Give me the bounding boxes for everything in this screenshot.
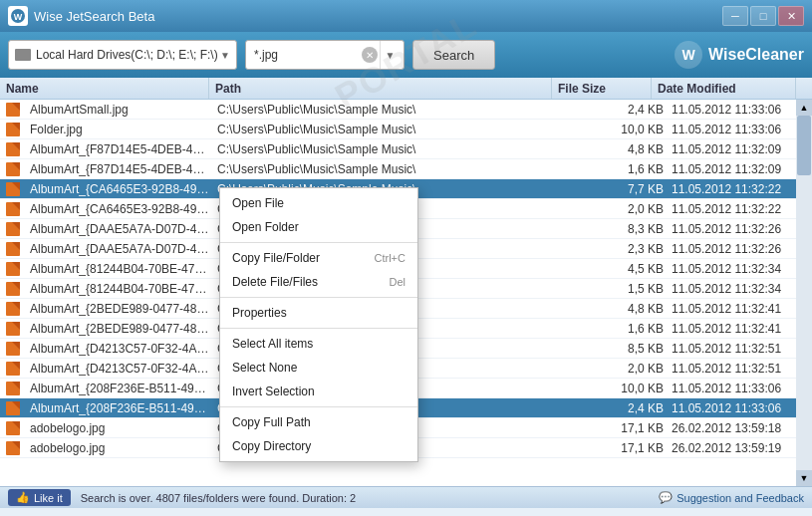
context-menu-item[interactable]: Properties <box>220 301 417 325</box>
context-menu-item[interactable]: Select None <box>220 356 417 380</box>
col-header-date[interactable]: Date Modified <box>652 78 796 99</box>
file-name: Folder.jpg <box>26 123 213 136</box>
file-name: AlbumArt_{D4213C57-0F32-4AE... <box>26 362 213 376</box>
file-date: 11.05.2012 11:32:09 <box>668 142 812 156</box>
statusbar: 👍 Like it Search is over. 4807 files/fol… <box>0 486 812 508</box>
file-date: 11.05.2012 11:32:22 <box>668 202 812 216</box>
search-input-wrap: *.jpg ✕ ▼ <box>245 40 405 70</box>
column-headers: Name Path File Size Date Modified <box>0 78 812 100</box>
context-menu-item[interactable]: Copy Directory <box>220 434 417 458</box>
file-icon <box>4 381 22 396</box>
like-button[interactable]: 👍 Like it <box>8 489 71 506</box>
context-menu-item[interactable]: Copy File/FolderCtrl+C <box>220 246 417 270</box>
search-input[interactable]: *.jpg <box>250 48 362 62</box>
app-icon: W <box>8 6 28 26</box>
context-menu-separator <box>220 328 417 329</box>
file-date: 11.05.2012 11:33:06 <box>668 401 812 415</box>
file-path: C:\Users\Public\Music\Sample Music\ <box>213 103 568 117</box>
file-date: 11.05.2012 11:32:34 <box>668 262 812 276</box>
file-size: 2,0 KB <box>568 362 668 376</box>
file-path: C:\Users\Public\Music\Sample Music\ <box>213 123 568 136</box>
scrollbar[interactable]: ▲ ▼ <box>796 100 812 486</box>
file-date: 11.05.2012 11:33:06 <box>668 123 812 136</box>
file-size: 10,0 KB <box>568 123 668 136</box>
drive-select[interactable]: Local Hard Drives(C:\; D:\; E:\; F:\) ▼ <box>8 40 237 70</box>
context-menu-item-label: Open Folder <box>232 220 299 234</box>
file-size: 2,3 KB <box>568 242 668 256</box>
file-name: AlbumArt_{DAAE5A7A-D07D-4C7... <box>26 222 213 236</box>
file-icon <box>4 440 22 456</box>
search-dropdown-button[interactable]: ▼ <box>380 41 400 69</box>
context-menu-item-shortcut: Del <box>389 276 406 288</box>
file-size: 17,1 KB <box>568 441 668 455</box>
file-name: AlbumArt_{DAAE5A7A-D07D-4C7... <box>26 242 213 256</box>
file-size: 1,6 KB <box>568 162 668 176</box>
context-menu-item-label: Copy Full Path <box>232 415 311 429</box>
feedback-label: Suggestion and Feedback <box>677 492 804 504</box>
table-row[interactable]: AlbumArt_{F87D14E5-4DEB-4169-...C:\Users… <box>0 139 812 159</box>
feedback-button[interactable]: 💬 Suggestion and Feedback <box>659 491 804 504</box>
scroll-thumb[interactable] <box>797 116 811 175</box>
file-name: AlbumArt_{CA6465E3-92B8-4969-... <box>26 202 213 216</box>
file-date: 11.05.2012 11:32:26 <box>668 222 812 236</box>
context-menu-item-label: Delete File/Files <box>232 275 318 289</box>
file-size: 8,3 KB <box>568 222 668 236</box>
file-icon <box>4 181 22 197</box>
context-menu-item[interactable]: Delete File/FilesDel <box>220 270 417 294</box>
file-name: AlbumArt_{D4213C57-0F32-4AE... <box>26 342 213 356</box>
file-name: AlbumArt_{81244B04-70BE-47F1... <box>26 282 213 296</box>
file-icon <box>4 102 22 118</box>
file-date: 11.05.2012 11:32:41 <box>668 302 812 316</box>
table-row[interactable]: Folder.jpgC:\Users\Public\Music\Sample M… <box>0 120 812 139</box>
feedback-icon: 💬 <box>659 491 673 504</box>
context-menu-item[interactable]: Open Folder <box>220 215 417 239</box>
table-row[interactable]: AlbumArtSmall.jpgC:\Users\Public\Music\S… <box>0 100 812 120</box>
file-size: 10,0 KB <box>568 382 668 395</box>
file-name: AlbumArt_{2BEDE989-0477-48C8... <box>26 322 213 336</box>
file-date: 11.05.2012 11:32:51 <box>668 342 812 356</box>
context-menu-item[interactable]: Select All items <box>220 332 417 356</box>
app-title: Wise JetSearch Beta <box>34 9 722 24</box>
context-menu-item[interactable]: Copy Full Path <box>220 410 417 434</box>
close-button[interactable]: ✕ <box>778 6 804 26</box>
file-icon <box>4 261 22 277</box>
file-size: 1,6 KB <box>568 322 668 336</box>
context-menu-item[interactable]: Invert Selection <box>220 380 417 403</box>
scroll-track <box>796 116 812 470</box>
file-icon <box>4 241 22 257</box>
file-path: C:\Users\Public\Music\Sample Music\ <box>213 162 568 176</box>
file-name: AlbumArt_{2BEDE989-0477-48C8... <box>26 302 213 316</box>
file-icon <box>4 341 22 357</box>
scroll-up-button[interactable]: ▲ <box>796 100 812 116</box>
file-size: 4,5 KB <box>568 262 668 276</box>
file-name: AlbumArt_{81244B04-70BE-47F1... <box>26 262 213 276</box>
file-date: 11.05.2012 11:33:06 <box>668 103 812 117</box>
file-date: 11.05.2012 11:32:41 <box>668 322 812 336</box>
file-path: C:\Users\Public\Music\Sample Music\ <box>213 142 568 156</box>
file-icon <box>4 161 22 177</box>
context-menu-item-label: Copy Directory <box>232 439 311 453</box>
drive-icon <box>15 49 31 61</box>
minimize-button[interactable]: ─ <box>722 6 748 26</box>
table-row[interactable]: AlbumArt_{F87D14E5-4DEB-4169-...C:\Users… <box>0 159 812 179</box>
scroll-down-button[interactable]: ▼ <box>796 470 812 486</box>
file-icon <box>4 420 22 436</box>
file-icon <box>4 281 22 297</box>
maximize-button[interactable]: □ <box>750 6 776 26</box>
search-button[interactable]: Search <box>412 40 495 70</box>
file-name: AlbumArt_{208F236E-B511-4949... <box>26 382 213 395</box>
file-icon <box>4 361 22 377</box>
context-menu-separator <box>220 297 417 298</box>
context-menu-item-shortcut: Ctrl+C <box>375 252 406 264</box>
svg-text:W: W <box>14 12 23 22</box>
context-menu-item-label: Copy File/Folder <box>232 251 320 265</box>
search-clear-button[interactable]: ✕ <box>362 47 378 63</box>
col-header-size[interactable]: File Size <box>552 78 652 99</box>
file-icon <box>4 221 22 237</box>
col-header-path[interactable]: Path <box>209 78 552 99</box>
context-menu-item[interactable]: Open File <box>220 191 417 215</box>
col-header-name[interactable]: Name <box>0 78 209 99</box>
file-date: 11.05.2012 11:32:22 <box>668 182 812 196</box>
context-menu-item-label: Select All items <box>232 337 313 351</box>
file-date: 11.05.2012 11:33:06 <box>668 382 812 395</box>
